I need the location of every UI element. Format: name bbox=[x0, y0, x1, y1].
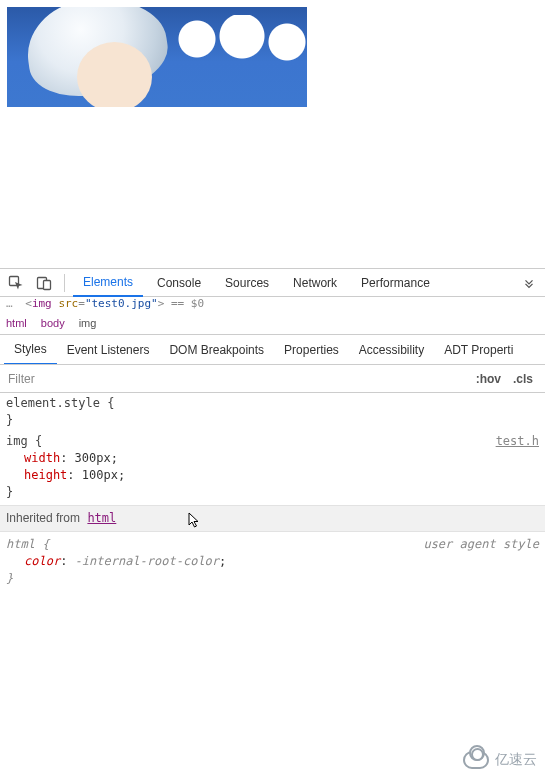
src-q1: " bbox=[85, 297, 92, 310]
selector: element.style bbox=[6, 396, 100, 410]
elements-source-line[interactable]: … <img src="test0.jpg"> == $0 bbox=[0, 297, 545, 311]
src-ellipsis: … bbox=[6, 297, 13, 310]
selector: html bbox=[6, 537, 35, 551]
prop-name: height bbox=[24, 468, 67, 482]
tab-network[interactable]: Network bbox=[283, 269, 347, 296]
cls-toggle[interactable]: .cls bbox=[507, 372, 539, 386]
subtab-dom-breakpoints[interactable]: DOM Breakpoints bbox=[159, 335, 274, 364]
rule-source-link[interactable]: test.h bbox=[496, 433, 539, 450]
inspect-icon[interactable] bbox=[4, 271, 28, 295]
tab-performance[interactable]: Performance bbox=[351, 269, 440, 296]
devtools-main-tabs: Elements Console Sources Network Perform… bbox=[0, 269, 545, 297]
watermark: 亿速云 bbox=[463, 751, 537, 769]
prop-name: width bbox=[24, 451, 60, 465]
prop-value: -internal-root-color bbox=[75, 554, 220, 568]
src-tag: img bbox=[32, 297, 52, 310]
hov-toggle[interactable]: :hov bbox=[470, 372, 507, 386]
close-brace: } bbox=[6, 413, 13, 427]
devtools-panel: Elements Console Sources Network Perform… bbox=[0, 268, 545, 587]
inherited-from-bar: Inherited from html bbox=[0, 505, 545, 532]
tab-elements[interactable]: Elements bbox=[73, 270, 143, 297]
close-brace: } bbox=[6, 485, 13, 499]
sky-clouds bbox=[167, 15, 307, 75]
tab-sources[interactable]: Sources bbox=[215, 269, 279, 296]
subtab-adt[interactable]: ADT Properti bbox=[434, 335, 523, 364]
ua-stylesheet-label: user agent style bbox=[423, 536, 539, 553]
prop-value: 300px bbox=[75, 451, 111, 465]
decl-color[interactable]: color: -internal-root-color; bbox=[6, 553, 539, 570]
styles-filter-input[interactable] bbox=[6, 371, 126, 387]
subtab-event-listeners[interactable]: Event Listeners bbox=[57, 335, 160, 364]
styles-filter-row: :hov .cls bbox=[0, 365, 545, 393]
character-face bbox=[77, 42, 152, 107]
close-brace: } bbox=[6, 571, 13, 585]
elements-breadcrumbs: html body img bbox=[0, 311, 545, 335]
preview-image bbox=[7, 7, 307, 107]
more-tabs-icon[interactable] bbox=[517, 276, 541, 290]
src-open: < bbox=[25, 297, 32, 310]
styles-body: element.style { } test.h img { width: 30… bbox=[0, 393, 545, 587]
prop-value: 100px bbox=[82, 468, 118, 482]
rule-element-style[interactable]: element.style { } bbox=[6, 395, 539, 429]
divider bbox=[64, 274, 65, 292]
open-brace: { bbox=[107, 396, 114, 410]
crumb-body[interactable]: body bbox=[41, 317, 65, 329]
device-toggle-icon[interactable] bbox=[32, 271, 56, 295]
src-q2: " bbox=[151, 297, 158, 310]
decl-height[interactable]: height: 100px; bbox=[6, 467, 539, 484]
svg-rect-2 bbox=[44, 280, 51, 289]
subtab-styles[interactable]: Styles bbox=[4, 336, 57, 365]
subtab-accessibility[interactable]: Accessibility bbox=[349, 335, 434, 364]
inherited-tag-link[interactable]: html bbox=[87, 511, 116, 525]
inherited-label: Inherited from bbox=[6, 511, 80, 525]
src-selected-marker: == $0 bbox=[171, 297, 204, 310]
subtab-properties[interactable]: Properties bbox=[274, 335, 349, 364]
prop-name: color bbox=[24, 554, 60, 568]
src-eq: = bbox=[78, 297, 85, 310]
src-attr-name: src bbox=[58, 297, 78, 310]
selector: img bbox=[6, 434, 28, 448]
cursor-icon bbox=[188, 512, 200, 530]
open-brace: { bbox=[35, 434, 42, 448]
rule-img[interactable]: test.h img { width: 300px; height: 100px… bbox=[6, 433, 539, 501]
watermark-text: 亿速云 bbox=[495, 751, 537, 769]
crumb-img[interactable]: img bbox=[79, 317, 97, 329]
cloud-icon bbox=[463, 751, 489, 769]
page-viewport bbox=[0, 0, 545, 268]
crumb-html[interactable]: html bbox=[6, 317, 27, 329]
styles-sub-tabs: Styles Event Listeners DOM Breakpoints P… bbox=[0, 335, 545, 365]
rule-html-ua[interactable]: user agent style html { color: -internal… bbox=[6, 536, 539, 587]
open-brace: { bbox=[42, 537, 49, 551]
src-attr-val: test0.jpg bbox=[92, 297, 152, 310]
src-close: > bbox=[158, 297, 165, 310]
tab-console[interactable]: Console bbox=[147, 269, 211, 296]
decl-width[interactable]: width: 300px; bbox=[6, 450, 539, 467]
